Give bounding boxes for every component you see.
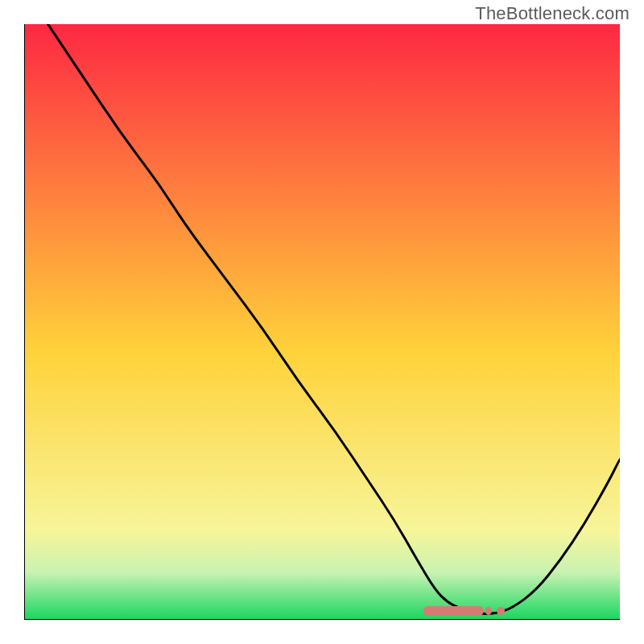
svg-point-2 <box>497 607 505 615</box>
svg-rect-1 <box>485 607 492 615</box>
plot-background-gradient <box>24 24 620 620</box>
watermark-text: TheBottleneck.com <box>475 3 630 24</box>
svg-rect-0 <box>423 606 484 616</box>
bottleneck-chart <box>24 24 620 620</box>
